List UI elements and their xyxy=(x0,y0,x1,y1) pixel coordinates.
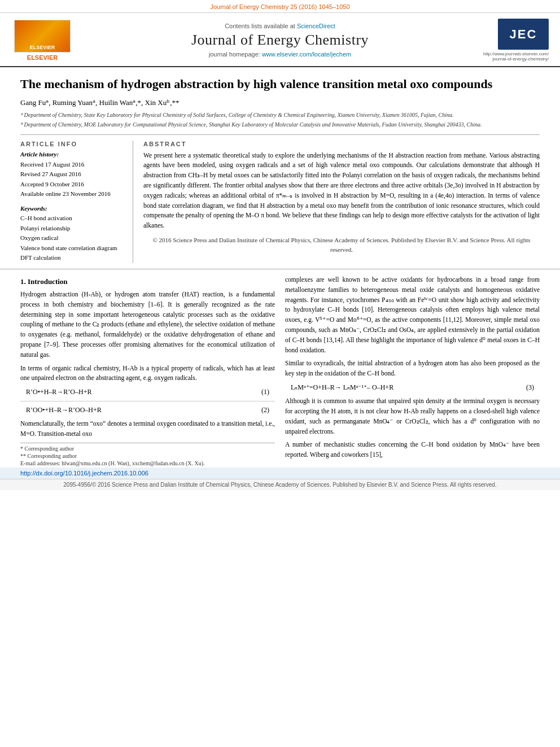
eq1-text: R’O•+H–R→R’O–H+R xyxy=(26,388,91,396)
available-date: Available online 23 November 2016 xyxy=(20,190,111,197)
eq2-num: (2) xyxy=(261,406,269,414)
right-para2: Similar to oxyradicals, the initial abst… xyxy=(285,359,540,379)
elsevier-logo: ELSEVIER ELSEVIER xyxy=(11,20,73,61)
revised-row: Revised 27 August 2016 xyxy=(20,169,126,180)
body-columns: 1. Introduction Hydrogen abstraction (H-… xyxy=(20,275,540,468)
topbar-text: Journal of Energy Chemistry 25 (2016) 10… xyxy=(210,3,349,10)
article-info: ARTICLE INFO Article history: Received 1… xyxy=(20,141,133,263)
divider-1 xyxy=(20,134,540,135)
intro-para2: In terms of organic radical chemistry, H… xyxy=(20,364,275,384)
copyright-line: © 2016 Science Press and Dalian Institut… xyxy=(143,235,540,255)
authors: Gang Fuᵃ, Ruming Yuanᵃ, Huilin Wanᵃ,*, X… xyxy=(20,98,179,107)
equation-1-block: R’O•+H–R→R’O–H+R (1) xyxy=(20,388,275,396)
revised-date: Revised 27 August 2016 xyxy=(20,171,81,177)
keywords-label: Keywords: xyxy=(20,205,126,212)
journal-header: ELSEVIER ELSEVIER Contents lists availab… xyxy=(0,13,560,67)
received-row: Received 17 August 2016 xyxy=(20,160,126,170)
eq2-text: R’OO•+H–R→R’OO–H+R xyxy=(26,406,102,414)
affiliations: ᵃ Department of Chemistry, State Key Lab… xyxy=(20,111,540,129)
elsevier-brand: ELSEVIER xyxy=(27,54,58,61)
right-text: complexes are well known to be active ox… xyxy=(285,275,540,379)
jec-url1: http://www.journals.elsevier.com/ xyxy=(483,51,549,56)
kw5: DFT calculation xyxy=(20,253,126,263)
kw1: C–H bond activation xyxy=(20,213,126,224)
paper-content: The mechanism of hydrogen abstraction by… xyxy=(0,67,560,269)
eq1-num: (1) xyxy=(261,388,269,396)
eq3-text: LₙMⁿ⁺=O+H–R→ LₙMⁿ⁻¹⁺– O–H+R xyxy=(291,383,393,392)
right-para4: A number of mechanistic studies concerni… xyxy=(285,440,540,460)
affil-b: ᵇ Department of Chemistry, MOE Laborator… xyxy=(20,120,540,129)
main-body: 1. Introduction Hydrogen abstraction (H-… xyxy=(0,269,560,468)
article-meta-section: ARTICLE INFO Article history: Received 1… xyxy=(20,141,540,263)
doi-bar: http://dx.doi.org/10.1016/j.jechem.2016.… xyxy=(0,468,560,479)
journal-center: Contents lists available at ScienceDirec… xyxy=(73,23,487,58)
intro-text: Hydrogen abstraction (H-Ab), or hydrogen… xyxy=(20,290,275,383)
jec-logo-container: JEC http://www.journals.elsevier.com/ jo… xyxy=(487,19,549,62)
intro-para3: Nomenclaturally, the term “oxo” denotes … xyxy=(20,419,275,439)
contents-line: Contents lists available at ScienceDirec… xyxy=(73,23,487,29)
kw2: Polanyi relationship xyxy=(20,224,126,234)
accepted-row: Accepted 9 October 2016 xyxy=(20,180,126,190)
jec-url2: journal-of-energy-chemistry/ xyxy=(492,56,549,62)
intro-text-2: Nomenclaturally, the term “oxo” denotes … xyxy=(20,419,275,439)
homepage-label: journal homepage: xyxy=(209,51,260,58)
eq3-num: (3) xyxy=(526,383,534,392)
kw3: Oxygen radical xyxy=(20,233,126,243)
right-para1: complexes are well known to be active ox… xyxy=(285,275,540,356)
sciencedirect-link[interactable]: ScienceDirect xyxy=(297,23,335,29)
equation-3-block: LₙMⁿ⁺=O+H–R→ LₙMⁿ⁻¹⁺– O–H+R (3) xyxy=(285,383,540,392)
abstract-section: ABSTRACT We present here a systematic th… xyxy=(143,141,540,263)
received-date: Received 17 August 2016 xyxy=(20,161,84,168)
affil-a: ᵃ Department of Chemistry, State Key Lab… xyxy=(20,111,540,119)
history-label: Article history: xyxy=(20,151,126,158)
intro-heading: 1. Introduction xyxy=(20,277,275,286)
bottom-bar: 2095-4956/© 2016 Science Press and Dalia… xyxy=(0,479,560,490)
journal-title: Journal of Energy Chemistry xyxy=(73,32,487,49)
elsevier-visual-text: ELSEVIER xyxy=(30,45,55,50)
accepted-date: Accepted 9 October 2016 xyxy=(20,181,84,187)
body-right: complexes are well known to be active ox… xyxy=(285,275,540,468)
intro-para1: Hydrogen abstraction (H-Ab), or hydrogen… xyxy=(20,290,275,360)
footnote-email: E-mail addresses: hlwan@xmu.edu.cn (H. W… xyxy=(20,460,275,466)
contents-label: Contents lists available at xyxy=(225,23,295,29)
abstract-body: We present here a systematic theoretical… xyxy=(143,151,540,231)
right-para3: Although it is common to assume that unp… xyxy=(285,396,540,436)
eq-divider-1 xyxy=(20,401,275,401)
journal-homepage: journal homepage: www.elsevier.com/locat… xyxy=(73,51,487,58)
kw4: Valence bond state correlation diagram xyxy=(20,243,126,254)
abstract-label: ABSTRACT xyxy=(143,141,540,147)
footnotes: * Corresponding author ** Corresponding … xyxy=(20,443,275,466)
footnote-star1: * Corresponding author xyxy=(20,445,275,452)
doi-text: http://dx.doi.org/10.1016/j.jechem.2016.… xyxy=(20,470,148,477)
journal-citation: Journal of Energy Chemistry 25 (2016) 10… xyxy=(0,0,560,13)
article-info-label: ARTICLE INFO xyxy=(20,141,126,147)
footnote-star2: ** Corresponding author xyxy=(20,453,275,459)
elsevier-graphic: ELSEVIER xyxy=(14,20,71,53)
paper-title: The mechanism of hydrogen abstraction by… xyxy=(20,76,540,93)
authors-line: Gang Fuᵃ, Ruming Yuanᵃ, Huilin Wanᵃ,*, X… xyxy=(20,98,540,107)
body-left: 1. Introduction Hydrogen abstraction (H-… xyxy=(20,275,275,468)
homepage-link[interactable]: www.elsevier.com/locate/jechem xyxy=(262,51,351,58)
available-row: Available online 23 November 2016 xyxy=(20,189,126,199)
jec-logo: JEC xyxy=(498,19,549,50)
right-text-2: Although it is common to assume that unp… xyxy=(285,396,540,460)
equation-2-block: R’OO•+H–R→R’OO–H+R (2) xyxy=(20,406,275,414)
bottom-text: 2095-4956/© 2016 Science Press and Dalia… xyxy=(63,482,496,488)
abstract-text: We present here a systematic theoretical… xyxy=(143,151,540,255)
jec-url: http://www.journals.elsevier.com/ journa… xyxy=(483,51,549,62)
jec-logo-text: JEC xyxy=(510,27,537,42)
